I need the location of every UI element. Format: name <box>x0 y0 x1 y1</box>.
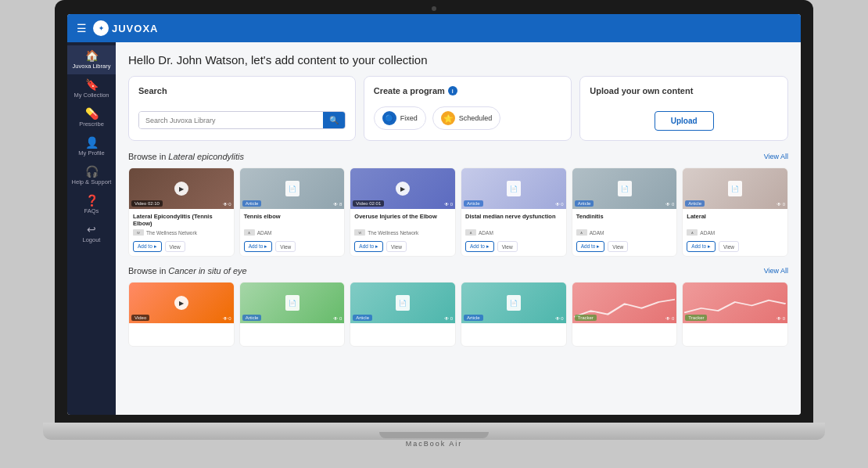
card-badge-1: Video 02:10 <box>131 200 163 207</box>
scheduled-option-label: Scheduled <box>459 114 493 122</box>
content-card-4: 📄 Article 👁 0 Distal median nerve dysfun… <box>461 167 567 257</box>
sidebar-item-library[interactable]: 🏠 Juvoxa Library <box>67 45 116 74</box>
play-button-1[interactable]: ▶ <box>174 182 188 196</box>
card-name-3: Overuse Injuries of the Elbow <box>354 213 451 227</box>
view-all-cancer[interactable]: View All <box>764 267 788 275</box>
card-views-6: 👁 0 <box>777 202 785 207</box>
logo-text: JUVOXA <box>112 23 158 34</box>
sidebar-item-prescribe[interactable]: 💊 Prescribe <box>67 103 116 132</box>
content-cards-lateral: ▶ Video 02:10 👁 0 Lateral Epicondylitis … <box>128 167 788 257</box>
card-views-3: 👁 0 <box>444 202 453 207</box>
upload-button[interactable]: Upload <box>655 111 714 131</box>
page-title: Hello Dr. John Watson, let's add content… <box>128 53 788 67</box>
browse-title-lateral: Browse in Lateral epicondylitis <box>128 152 244 161</box>
card-badge-c1: Video <box>131 315 149 321</box>
view-button-6[interactable]: View <box>719 241 739 252</box>
card-views-c5: 👁 0 <box>665 316 674 321</box>
play-button-c1[interactable]: ▶ <box>174 296 188 310</box>
sidebar-label-library: Juvoxa Library <box>73 63 111 70</box>
source-logo-4: A <box>465 229 476 236</box>
card-name-4: Distal median nerve dysfunction <box>465 213 562 227</box>
card-views-4: 👁 0 <box>555 202 564 207</box>
sidebar-label-profile: My Profile <box>78 149 104 157</box>
card-views-c2: 👁 0 <box>333 316 342 321</box>
program-options: 🔵 Fixed ⭐ Scheduled <box>374 106 562 130</box>
card-views-c4: 👁 0 <box>555 316 564 321</box>
search-card-title: Search <box>138 86 346 95</box>
content-card-3: ▶ Video 02:01 👁 0 Overuse Injuries of th… <box>350 167 456 257</box>
add-button-3[interactable]: Add to ▸ <box>354 241 383 252</box>
sidebar-item-faqs[interactable]: ❓ FAQs <box>67 190 116 219</box>
card-name-c1 <box>133 327 230 341</box>
upload-card-title: Upload your own content <box>590 86 778 95</box>
sidebar-item-logout[interactable]: ↩ Logout <box>67 219 116 248</box>
sidebar-item-help[interactable]: 🎧 Help & Support <box>67 161 116 190</box>
card-actions-2: Add to ▸ View <box>240 241 345 256</box>
source-name-1: The Wellness Network <box>146 230 197 236</box>
doc-icon-c2: 📄 <box>285 295 299 311</box>
laptop-notch <box>379 432 489 438</box>
search-input[interactable] <box>139 112 323 128</box>
sidebar-label-prescribe: Prescribe <box>79 121 104 128</box>
card-badge-4: Article <box>464 200 483 207</box>
logo-icon: ✦ <box>93 20 109 36</box>
card-badge-6: Article <box>685 200 705 207</box>
profile-icon: 👤 <box>85 137 99 148</box>
add-button-4[interactable]: Add to ▸ <box>465 241 494 252</box>
card-actions-5: Add to ▸ View <box>572 241 677 256</box>
card-info-2: Tennis elbow A ADAM <box>240 209 345 241</box>
card-source-1: W The Wellness Network <box>133 229 230 236</box>
screen-bezel: ☰ ✦ JUVOXA 🏠 Juvoxa Library 🔖 My Colle <box>55 0 813 423</box>
card-views-5: 👁 0 <box>665 202 674 207</box>
sidebar-item-collection[interactable]: 🔖 My Collection <box>67 74 116 103</box>
card-badge-c5: Tracker <box>575 315 597 321</box>
card-info-c1 <box>129 323 234 346</box>
search-button[interactable]: 🔍 <box>323 112 345 128</box>
card-thumb-c2: 📄 Article 👁 0 <box>240 283 345 323</box>
add-button-5[interactable]: Add to ▸ <box>576 241 605 252</box>
card-info-3: Overuse Injuries of the Elbow W The Well… <box>350 209 455 241</box>
card-source-5: A ADAM <box>576 229 673 236</box>
sidebar: 🏠 Juvoxa Library 🔖 My Collection 💊 Presc… <box>67 42 116 415</box>
scheduled-option-icon: ⭐ <box>441 111 455 125</box>
content-card-c3: 📄 Article 👁 0 <box>350 282 456 347</box>
card-info-c2 <box>240 323 345 346</box>
help-icon: 🎧 <box>85 166 99 177</box>
view-button-3[interactable]: View <box>386 241 407 252</box>
browse-section-lateral: Browse in Lateral epicondylitis View All… <box>128 152 788 257</box>
source-name-5: ADAM <box>590 230 604 236</box>
view-all-lateral[interactable]: View All <box>764 153 788 160</box>
prescribe-icon: 💊 <box>85 108 99 119</box>
card-badge-3: Video 02:01 <box>353 200 384 207</box>
card-name-2: Tennis elbow <box>244 213 341 227</box>
view-button-4[interactable]: View <box>497 241 518 252</box>
add-button-1[interactable]: Add to ▸ <box>133 241 162 252</box>
card-badge-5: Article <box>575 200 594 207</box>
sidebar-item-profile[interactable]: 👤 My Profile <box>67 132 116 161</box>
doc-icon-5: 📄 <box>618 181 632 196</box>
program-option-fixed[interactable]: 🔵 Fixed <box>374 106 426 130</box>
program-option-scheduled[interactable]: ⭐ Scheduled <box>432 106 501 130</box>
add-button-6[interactable]: Add to ▸ <box>687 241 716 252</box>
logout-icon: ↩ <box>87 224 96 235</box>
card-badge-c4: Article <box>464 315 483 321</box>
view-button-2[interactable]: View <box>275 241 296 252</box>
view-button-1[interactable]: View <box>165 241 185 252</box>
laptop-model-label: MacBook Air <box>406 440 463 448</box>
sidebar-label-help: Help & Support <box>72 178 112 185</box>
doc-icon-2: 📄 <box>285 181 299 196</box>
doc-icon-c3: 📄 <box>396 295 410 311</box>
laptop-base <box>43 423 825 440</box>
hamburger-menu-icon[interactable]: ☰ <box>77 22 87 34</box>
card-views-2: 👁 8 <box>333 202 342 207</box>
source-name-6: ADAM <box>700 230 715 236</box>
screen: ☰ ✦ JUVOXA 🏠 Juvoxa Library 🔖 My Colle <box>67 14 801 415</box>
view-button-5[interactable]: View <box>608 241 628 252</box>
card-info-4: Distal median nerve dysfunction A ADAM <box>461 209 566 241</box>
card-actions-3: Add to ▸ View <box>350 241 455 256</box>
card-info-6: Lateral A ADAM <box>683 209 787 241</box>
card-thumb-6: 📄 Article 👁 0 <box>683 168 787 209</box>
add-button-2[interactable]: Add to ▸ <box>244 241 273 252</box>
browse-title-cancer: Browse in Cancer in situ of eye <box>128 266 247 275</box>
play-button-3[interactable]: ▶ <box>396 182 410 196</box>
